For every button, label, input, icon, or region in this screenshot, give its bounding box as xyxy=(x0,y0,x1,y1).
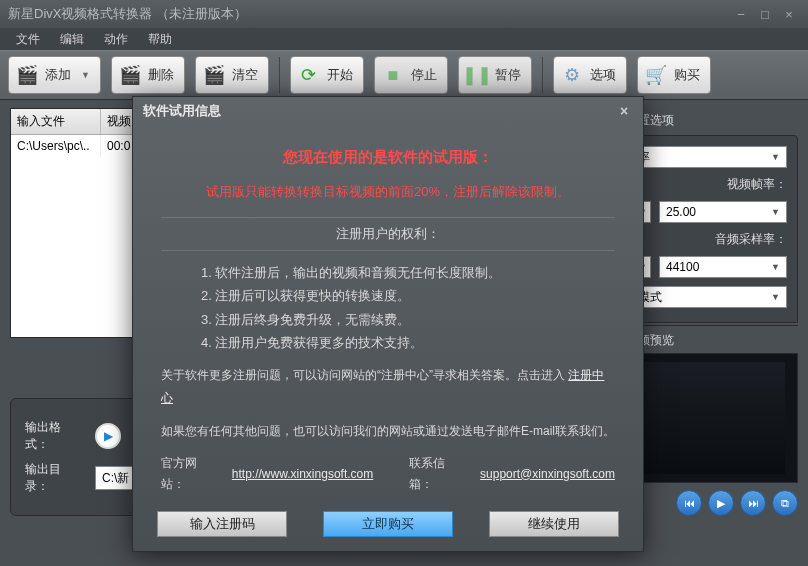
start-button[interactable]: ⟳ 开始 xyxy=(290,56,364,94)
options-button[interactable]: ⚙ 选项 xyxy=(553,56,627,94)
close-window-button[interactable]: × xyxy=(778,5,800,23)
delete-icon: 🎬 xyxy=(118,63,142,87)
list-item: 注册用户免费获得更多的技术支持。 xyxy=(201,331,615,354)
window-title: 新星DivX视频格式转换器 （未注册版本） xyxy=(8,5,247,23)
buy-button[interactable]: 🛒 购买 xyxy=(637,56,711,94)
official-site-link[interactable]: http://www.xinxingsoft.com xyxy=(232,464,373,486)
menu-action[interactable]: 动作 xyxy=(94,31,138,48)
dialog-close-button[interactable]: × xyxy=(615,102,633,120)
start-label: 开始 xyxy=(327,66,353,84)
toolbar: 🎬 添加 ▼ 🎬 删除 🎬 清空 ⟳ 开始 ■ 停止 ❚❚ 暂停 ⚙ 选项 🛒 … xyxy=(0,50,808,100)
maximize-button[interactable]: □ xyxy=(754,5,776,23)
play-icon: ▶ xyxy=(95,423,121,449)
help-paragraph-1: 关于软件更多注册问题，可以访问网站的“注册中心”寻求相关答案。点击进入 注册中心 xyxy=(161,364,615,410)
clear-button[interactable]: 🎬 清空 xyxy=(195,56,269,94)
cell-path: C:\Users\pc\.. xyxy=(11,135,101,157)
samplerate-label: 音频采样率： xyxy=(715,231,787,248)
chevron-down-icon: ▼ xyxy=(771,292,780,302)
chevron-down-icon: ▼ xyxy=(81,70,90,80)
dialog-title: 软件试用信息 xyxy=(143,102,221,120)
preview-thumbnail xyxy=(633,362,785,474)
right-pane: 预置选项 率 ▼ 视频帧率： ▼ 25.00 ▼ 音频采样率： xyxy=(620,100,808,566)
add-label: 添加 xyxy=(45,66,71,84)
pause-label: 暂停 xyxy=(495,66,521,84)
samplerate-value: 44100 xyxy=(666,260,699,274)
menu-file[interactable]: 文件 xyxy=(6,31,50,48)
stop-label: 停止 xyxy=(411,66,437,84)
enter-reg-code-button[interactable]: 输入注册码 xyxy=(157,511,287,537)
clear-label: 清空 xyxy=(232,66,258,84)
delete-label: 删除 xyxy=(148,66,174,84)
benefits-header: 注册用户的权利： xyxy=(161,217,615,250)
benefits-list: 软件注册后，输出的视频和音频无任何长度限制。 注册后可以获得更快的转换速度。 注… xyxy=(161,261,615,355)
trial-warning-text: 试用版只能转换转换目标视频的前面20%，注册后解除该限制。 xyxy=(161,180,615,203)
bitrate-select[interactable]: 率 ▼ xyxy=(631,146,787,168)
list-item: 注册后可以获得更快的转换速度。 xyxy=(201,284,615,307)
framerate-label: 视频帧率： xyxy=(727,176,787,193)
header-input-file[interactable]: 输入文件 xyxy=(11,109,101,134)
preset-header: 预置选项 xyxy=(620,108,798,135)
minimize-button[interactable]: − xyxy=(730,5,752,23)
delete-button[interactable]: 🎬 删除 xyxy=(111,56,185,94)
stop-icon: ■ xyxy=(381,63,405,87)
mode-select[interactable]: 模式 ▼ xyxy=(631,286,787,308)
site-label: 官方网站： xyxy=(161,453,216,496)
start-icon: ⟳ xyxy=(297,63,321,87)
gear-icon: ⚙ xyxy=(560,63,584,87)
samplerate-select[interactable]: 44100 ▼ xyxy=(659,256,787,278)
chevron-down-icon: ▼ xyxy=(771,262,780,272)
preview-header: 视频预览 xyxy=(620,325,798,353)
playback-controls: ⏮ ▶ ⏭ ⧉ xyxy=(620,489,798,517)
pause-button[interactable]: ❚❚ 暂停 xyxy=(458,56,532,94)
snapshot-button[interactable]: ⧉ xyxy=(772,490,798,516)
add-icon: 🎬 xyxy=(15,63,39,87)
preset-settings: 率 ▼ 视频帧率： ▼ 25.00 ▼ 音频采样率： ▼ 44100 xyxy=(620,135,798,323)
prev-button[interactable]: ⏮ xyxy=(676,490,702,516)
play-button[interactable]: ▶ xyxy=(708,490,734,516)
support-email-link[interactable]: support@xinxingsoft.com xyxy=(480,464,615,486)
add-button[interactable]: 🎬 添加 ▼ xyxy=(8,56,101,94)
title-bar: 新星DivX视频格式转换器 （未注册版本） − □ × xyxy=(0,0,808,28)
menu-edit[interactable]: 编辑 xyxy=(50,31,94,48)
clear-icon: 🎬 xyxy=(202,63,226,87)
chevron-down-icon: ▼ xyxy=(771,152,780,162)
video-preview xyxy=(620,353,798,483)
list-item: 注册后终身免费升级，无需续费。 xyxy=(201,308,615,331)
chevron-down-icon: ▼ xyxy=(771,207,780,217)
options-label: 选项 xyxy=(590,66,616,84)
framerate-select[interactable]: 25.00 ▼ xyxy=(659,201,787,223)
contact-links: 官方网站： http://www.xinxingsoft.com 联系信箱： s… xyxy=(161,453,615,496)
mail-label: 联系信箱： xyxy=(409,453,464,496)
list-item: 软件注册后，输出的视频和音频无任何长度限制。 xyxy=(201,261,615,284)
cart-icon: 🛒 xyxy=(644,63,668,87)
menu-help[interactable]: 帮助 xyxy=(138,31,182,48)
buy-now-button[interactable]: 立即购买 xyxy=(323,511,453,537)
trial-info-dialog: 软件试用信息 × 您现在使用的是软件的试用版： 试用版只能转换转换目标视频的前面… xyxy=(132,96,644,552)
help-paragraph-2: 如果您有任何其他问题，也可以访问我们的网站或通过发送电子邮件E-mail联系我们… xyxy=(161,420,615,443)
dialog-title-bar: 软件试用信息 × xyxy=(133,97,643,125)
pause-icon: ❚❚ xyxy=(465,63,489,87)
dialog-buttons: 输入注册码 立即购买 继续使用 xyxy=(133,511,643,537)
output-format-label: 输出格式： xyxy=(25,419,83,453)
output-dir-label: 输出目录： xyxy=(25,461,83,495)
next-button[interactable]: ⏭ xyxy=(740,490,766,516)
trial-warning-heading: 您现在使用的是软件的试用版： xyxy=(161,143,615,170)
stop-button[interactable]: ■ 停止 xyxy=(374,56,448,94)
continue-trial-button[interactable]: 继续使用 xyxy=(489,511,619,537)
buy-label: 购买 xyxy=(674,66,700,84)
menu-bar: 文件 编辑 动作 帮助 xyxy=(0,28,808,50)
framerate-value: 25.00 xyxy=(666,205,696,219)
